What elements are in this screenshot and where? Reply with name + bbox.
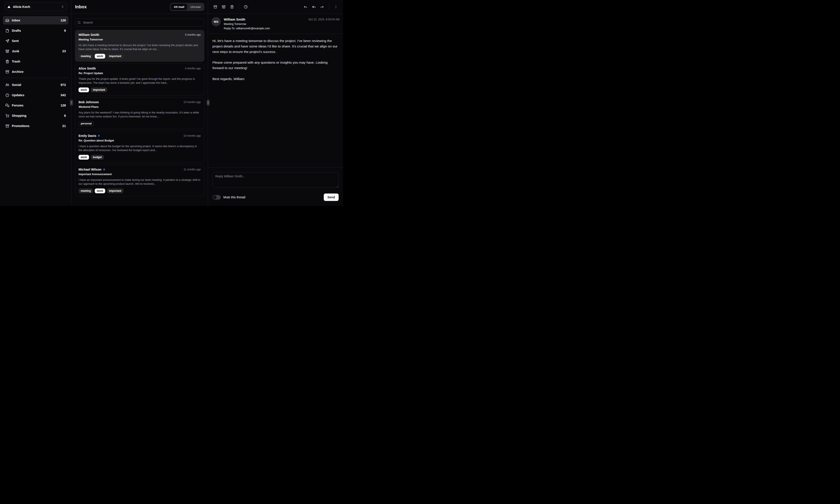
search-icon — [77, 21, 81, 24]
reply-icon — [304, 5, 307, 9]
archive-button[interactable] — [212, 3, 219, 11]
users-icon — [5, 83, 9, 87]
sidebar-item-updates[interactable]: Updates 342 — [3, 91, 69, 99]
sidebar-item-archive[interactable]: Archive — [3, 68, 69, 76]
sidebar-item-trash[interactable]: Trash — [3, 57, 69, 66]
sidebar-item-label: Forums — [12, 104, 58, 107]
mail-time: 10 months ago — [183, 101, 201, 104]
mail-list-item[interactable]: Michael Wilson 11 months ago Important A… — [75, 165, 204, 196]
account-name: Alicia Koch — [13, 5, 59, 8]
label-badge[interactable]: work — [95, 188, 105, 193]
archive-x-icon — [222, 5, 226, 9]
mail-snippet: Any plans for the weekend? I was thinkin… — [78, 111, 201, 119]
more-vertical-icon — [334, 5, 338, 9]
archive-icon — [5, 124, 9, 128]
sidebar: Alicia Koch Inbox 128 Drafts 9 — [0, 0, 71, 206]
mail-snippet: Thank you for the project update. It loo… — [78, 77, 201, 85]
mail-list-panel: Inbox All mail Unread William Smith 3 mo… — [72, 0, 208, 206]
sidebar-item-label: Junk — [12, 50, 60, 53]
sidebar-item-count: 128 — [60, 104, 66, 107]
alert-circle-icon — [5, 93, 9, 97]
tab-unread[interactable]: Unread — [187, 4, 203, 10]
reply-all-button[interactable] — [310, 3, 317, 11]
message-date: Oct 22, 2023, 9:00:00 AM — [308, 17, 340, 30]
sidebar-item-label: Sent — [12, 39, 63, 43]
tab-all-mail[interactable]: All mail — [171, 4, 187, 10]
label-badge[interactable]: work — [78, 88, 89, 92]
archive-icon — [5, 70, 9, 74]
inbox-icon — [5, 19, 9, 22]
sidebar-item-shopping[interactable]: Shopping 8 — [3, 111, 69, 120]
sidebar-item-sent[interactable]: Sent — [3, 37, 69, 45]
mail-list-item[interactable]: William Smith 3 months ago Meeting Tomor… — [75, 30, 204, 62]
chevrons-up-down-icon — [61, 5, 64, 8]
forward-button[interactable] — [318, 3, 326, 11]
label-badge[interactable]: important — [107, 54, 123, 59]
label-badge[interactable]: important — [91, 88, 107, 92]
sidebar-item-social[interactable]: Social 972 — [3, 81, 69, 89]
snooze-button[interactable] — [242, 3, 249, 11]
search-input[interactable] — [75, 19, 204, 26]
mail-sender: Alice Smith — [78, 67, 96, 70]
send-icon — [5, 39, 9, 43]
move-to-trash-button[interactable] — [228, 3, 236, 11]
message-sender-name: William Smith — [224, 18, 270, 21]
sidebar-item-junk[interactable]: Junk 23 — [3, 47, 69, 55]
mail-time: 3 months ago — [185, 33, 201, 36]
mail-toolbar — [208, 0, 343, 14]
label-badge[interactable]: budget — [91, 155, 104, 160]
mail-subject: Meeting Tomorrow — [78, 38, 201, 41]
sidebar-item-forums[interactable]: Forums 128 — [3, 101, 69, 110]
label-badge[interactable]: work — [78, 155, 89, 160]
list-header: Inbox All mail Unread — [72, 0, 208, 14]
reply-button[interactable] — [302, 3, 309, 11]
account-switcher[interactable]: Alicia Koch — [4, 2, 67, 11]
shopping-cart-icon — [5, 114, 9, 118]
message-body: Hi, let's have a meeting tomorrow to dis… — [208, 34, 343, 167]
reply-input[interactable] — [212, 172, 339, 188]
account-switcher-area: Alicia Koch — [0, 0, 71, 14]
mail-subject: Re: Project Update — [78, 72, 201, 75]
label-badge[interactable]: personal — [78, 121, 94, 126]
sidebar-item-promotions[interactable]: Promotions 21 — [3, 122, 69, 130]
sidebar-item-label: Drafts — [12, 29, 61, 32]
sidebar-item-label: Shopping — [12, 114, 61, 118]
sidebar-nav: Inbox 128 Drafts 9 Sent — [0, 14, 71, 132]
mail-list-item[interactable]: Emily Davis 10 months ago Re: Question a… — [75, 131, 204, 163]
mute-thread-toggle[interactable] — [212, 195, 221, 200]
forward-icon — [320, 5, 324, 9]
mail-list-item[interactable]: Bob Johnson 10 months ago Weekend Plans … — [75, 97, 204, 129]
sidebar-item-label: Social — [12, 83, 58, 87]
trash-icon — [230, 5, 234, 9]
toggle-thumb — [213, 196, 217, 199]
unread-dot — [98, 135, 100, 137]
move-to-junk-button[interactable] — [220, 3, 227, 11]
panel-resize-handle[interactable] — [70, 100, 73, 106]
mute-thread-label: Mute this thread — [224, 196, 245, 199]
message-subject: Meeting Tomorrow — [224, 22, 270, 25]
label-badge[interactable]: important — [107, 188, 123, 193]
mail-sender: William Smith — [78, 33, 99, 37]
sidebar-item-count: 342 — [60, 93, 66, 97]
label-badge[interactable]: work — [95, 54, 105, 59]
archive-x-icon — [5, 50, 9, 53]
mail-time: 3 months ago — [185, 67, 201, 70]
mail-time: 11 months ago — [184, 168, 201, 171]
label-badge[interactable]: meeting — [78, 188, 93, 193]
more-options-button[interactable] — [332, 3, 340, 11]
sidebar-item-inbox[interactable]: Inbox 128 — [3, 16, 69, 24]
mail-snippet: I have an important announcement to make… — [78, 178, 201, 186]
mail-list: William Smith 3 months ago Meeting Tomor… — [72, 27, 208, 206]
mail-snippet: Hi, let's have a meeting tomorrow to dis… — [78, 43, 201, 51]
sidebar-item-label: Promotions — [12, 124, 60, 128]
panel-resize-handle[interactable] — [207, 100, 210, 106]
message-header: WS William Smith Meeting Tomorrow Reply-… — [208, 14, 343, 34]
send-button[interactable]: Send — [324, 194, 339, 201]
mail-snippet: I have a question about the budget for t… — [78, 144, 201, 152]
archive-icon — [214, 5, 217, 9]
label-badge[interactable]: meeting — [78, 54, 93, 59]
mail-list-item[interactable]: Alice Smith 3 months ago Re: Project Upd… — [75, 64, 204, 95]
mail-filter-tabs: All mail Unread — [170, 3, 204, 11]
mail-time: 10 months ago — [183, 134, 201, 137]
sidebar-item-drafts[interactable]: Drafts 9 — [3, 26, 69, 35]
